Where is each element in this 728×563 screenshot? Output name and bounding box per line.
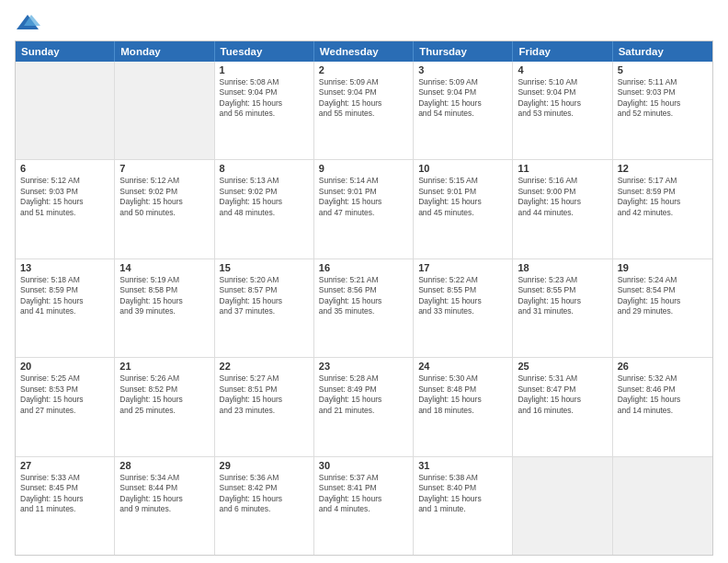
calendar-cell xyxy=(16,62,115,159)
calendar-row-2: 6Sunrise: 5:12 AM Sunset: 9:03 PM Daylig… xyxy=(16,159,712,258)
day-info: Sunrise: 5:12 AM Sunset: 9:03 PM Dayligh… xyxy=(20,176,109,218)
calendar-cell: 9Sunrise: 5:14 AM Sunset: 9:01 PM Daylig… xyxy=(314,160,414,258)
calendar-cell: 26Sunrise: 5:32 AM Sunset: 8:46 PM Dayli… xyxy=(613,358,712,455)
day-info: Sunrise: 5:37 AM Sunset: 8:41 PM Dayligh… xyxy=(319,473,408,515)
calendar-cell: 29Sunrise: 5:36 AM Sunset: 8:42 PM Dayli… xyxy=(215,457,314,555)
calendar-cell: 2Sunrise: 5:09 AM Sunset: 9:04 PM Daylig… xyxy=(314,62,414,159)
calendar-cell: 3Sunrise: 5:09 AM Sunset: 9:04 PM Daylig… xyxy=(414,62,513,159)
day-number: 22 xyxy=(220,361,309,372)
calendar-cell: 5Sunrise: 5:11 AM Sunset: 9:03 PM Daylig… xyxy=(613,62,712,159)
day-number: 26 xyxy=(618,361,708,372)
day-number: 1 xyxy=(220,64,309,75)
calendar-cell xyxy=(513,457,612,555)
day-number: 25 xyxy=(518,361,607,372)
day-number: 12 xyxy=(618,163,708,174)
day-info: Sunrise: 5:12 AM Sunset: 9:02 PM Dayligh… xyxy=(119,176,209,218)
calendar-cell: 11Sunrise: 5:16 AM Sunset: 9:00 PM Dayli… xyxy=(513,160,612,258)
day-info: Sunrise: 5:10 AM Sunset: 9:04 PM Dayligh… xyxy=(518,77,607,120)
calendar-row-5: 27Sunrise: 5:33 AM Sunset: 8:45 PM Dayli… xyxy=(16,456,712,555)
calendar-row-3: 13Sunrise: 5:18 AM Sunset: 8:59 PM Dayli… xyxy=(16,259,712,357)
calendar-cell: 7Sunrise: 5:12 AM Sunset: 9:02 PM Daylig… xyxy=(115,160,214,258)
day-number: 24 xyxy=(418,361,507,372)
calendar-cell: 6Sunrise: 5:12 AM Sunset: 9:03 PM Daylig… xyxy=(16,160,115,258)
calendar-cell: 31Sunrise: 5:38 AM Sunset: 8:40 PM Dayli… xyxy=(414,457,513,555)
calendar-cell: 12Sunrise: 5:17 AM Sunset: 8:59 PM Dayli… xyxy=(613,160,712,258)
day-info: Sunrise: 5:20 AM Sunset: 8:57 PM Dayligh… xyxy=(220,275,309,317)
day-info: Sunrise: 5:21 AM Sunset: 8:56 PM Dayligh… xyxy=(319,275,408,317)
day-info: Sunrise: 5:38 AM Sunset: 8:40 PM Dayligh… xyxy=(418,473,507,515)
calendar-cell: 1Sunrise: 5:08 AM Sunset: 9:04 PM Daylig… xyxy=(215,62,314,159)
day-number: 4 xyxy=(518,64,607,75)
day-number: 19 xyxy=(618,262,708,273)
day-number: 7 xyxy=(119,163,209,174)
calendar-body: 1Sunrise: 5:08 AM Sunset: 9:04 PM Daylig… xyxy=(16,62,712,555)
calendar-header: SundayMondayTuesdayWednesdayThursdayFrid… xyxy=(16,41,712,62)
calendar-cell: 21Sunrise: 5:26 AM Sunset: 8:52 PM Dayli… xyxy=(115,358,214,455)
calendar: SundayMondayTuesdayWednesdayThursdayFrid… xyxy=(15,40,713,556)
day-number: 30 xyxy=(319,460,408,471)
day-number: 18 xyxy=(518,262,607,273)
day-number: 6 xyxy=(20,163,109,174)
logo xyxy=(15,11,44,37)
day-number: 27 xyxy=(20,460,109,471)
calendar-cell: 14Sunrise: 5:19 AM Sunset: 8:58 PM Dayli… xyxy=(115,259,214,357)
day-number: 17 xyxy=(418,262,507,273)
day-number: 31 xyxy=(418,460,507,471)
day-info: Sunrise: 5:09 AM Sunset: 9:04 PM Dayligh… xyxy=(418,77,507,120)
day-info: Sunrise: 5:19 AM Sunset: 8:58 PM Dayligh… xyxy=(119,275,209,317)
day-info: Sunrise: 5:34 AM Sunset: 8:44 PM Dayligh… xyxy=(119,473,209,515)
calendar-cell xyxy=(613,457,712,555)
day-info: Sunrise: 5:13 AM Sunset: 9:02 PM Dayligh… xyxy=(220,176,309,218)
day-info: Sunrise: 5:16 AM Sunset: 9:00 PM Dayligh… xyxy=(518,176,607,218)
day-number: 28 xyxy=(119,460,209,471)
header-day-sunday: Sunday xyxy=(16,41,115,62)
day-info: Sunrise: 5:28 AM Sunset: 8:49 PM Dayligh… xyxy=(319,373,408,416)
day-number: 29 xyxy=(220,460,309,471)
day-info: Sunrise: 5:15 AM Sunset: 9:01 PM Dayligh… xyxy=(418,176,507,218)
day-number: 8 xyxy=(220,163,309,174)
day-number: 3 xyxy=(418,64,507,75)
calendar-cell: 18Sunrise: 5:23 AM Sunset: 8:55 PM Dayli… xyxy=(513,259,612,357)
header-day-monday: Monday xyxy=(115,41,214,62)
calendar-row-1: 1Sunrise: 5:08 AM Sunset: 9:04 PM Daylig… xyxy=(16,62,712,159)
header-day-tuesday: Tuesday xyxy=(215,41,314,62)
day-info: Sunrise: 5:14 AM Sunset: 9:01 PM Dayligh… xyxy=(319,176,408,218)
day-info: Sunrise: 5:09 AM Sunset: 9:04 PM Dayligh… xyxy=(319,77,408,120)
calendar-cell: 8Sunrise: 5:13 AM Sunset: 9:02 PM Daylig… xyxy=(215,160,314,258)
calendar-cell xyxy=(115,62,214,159)
day-info: Sunrise: 5:24 AM Sunset: 8:54 PM Dayligh… xyxy=(618,275,708,317)
day-number: 23 xyxy=(319,361,408,372)
calendar-cell: 23Sunrise: 5:28 AM Sunset: 8:49 PM Dayli… xyxy=(314,358,414,455)
header-day-saturday: Saturday xyxy=(613,41,712,62)
page: SundayMondayTuesdayWednesdayThursdayFrid… xyxy=(0,0,728,563)
day-number: 20 xyxy=(20,361,109,372)
day-info: Sunrise: 5:11 AM Sunset: 9:03 PM Dayligh… xyxy=(618,77,708,120)
day-info: Sunrise: 5:22 AM Sunset: 8:55 PM Dayligh… xyxy=(418,275,507,317)
header-day-thursday: Thursday xyxy=(414,41,513,62)
day-number: 10 xyxy=(418,163,507,174)
day-number: 16 xyxy=(319,262,408,273)
day-info: Sunrise: 5:08 AM Sunset: 9:04 PM Dayligh… xyxy=(220,77,309,120)
calendar-cell: 16Sunrise: 5:21 AM Sunset: 8:56 PM Dayli… xyxy=(314,259,414,357)
calendar-cell: 17Sunrise: 5:22 AM Sunset: 8:55 PM Dayli… xyxy=(414,259,513,357)
day-info: Sunrise: 5:36 AM Sunset: 8:42 PM Dayligh… xyxy=(220,473,309,515)
calendar-cell: 22Sunrise: 5:27 AM Sunset: 8:51 PM Dayli… xyxy=(215,358,314,455)
calendar-cell: 20Sunrise: 5:25 AM Sunset: 8:53 PM Dayli… xyxy=(16,358,115,455)
calendar-cell: 28Sunrise: 5:34 AM Sunset: 8:44 PM Dayli… xyxy=(115,457,214,555)
day-number: 11 xyxy=(518,163,607,174)
day-number: 14 xyxy=(119,262,209,273)
day-info: Sunrise: 5:32 AM Sunset: 8:46 PM Dayligh… xyxy=(618,373,708,416)
logo-icon xyxy=(15,11,40,37)
header-day-wednesday: Wednesday xyxy=(314,41,414,62)
calendar-row-4: 20Sunrise: 5:25 AM Sunset: 8:53 PM Dayli… xyxy=(16,357,712,455)
day-number: 13 xyxy=(20,262,109,273)
calendar-cell: 27Sunrise: 5:33 AM Sunset: 8:45 PM Dayli… xyxy=(16,457,115,555)
day-info: Sunrise: 5:27 AM Sunset: 8:51 PM Dayligh… xyxy=(220,373,309,416)
calendar-cell: 13Sunrise: 5:18 AM Sunset: 8:59 PM Dayli… xyxy=(16,259,115,357)
day-info: Sunrise: 5:30 AM Sunset: 8:48 PM Dayligh… xyxy=(418,373,507,416)
day-info: Sunrise: 5:18 AM Sunset: 8:59 PM Dayligh… xyxy=(20,275,109,317)
calendar-cell: 25Sunrise: 5:31 AM Sunset: 8:47 PM Dayli… xyxy=(513,358,612,455)
day-number: 9 xyxy=(319,163,408,174)
day-info: Sunrise: 5:33 AM Sunset: 8:45 PM Dayligh… xyxy=(20,473,109,515)
day-info: Sunrise: 5:25 AM Sunset: 8:53 PM Dayligh… xyxy=(20,373,109,416)
